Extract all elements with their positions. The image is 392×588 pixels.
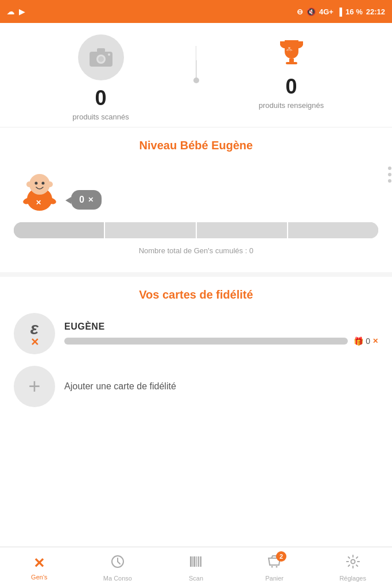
gift-icon: 🎁 <box>354 336 363 346</box>
progress-seg-3 <box>197 222 288 238</box>
level-title: Niveau Bébé Eugène <box>14 139 378 152</box>
baby-figure: ✕ <box>14 164 65 215</box>
svg-rect-18 <box>192 556 193 567</box>
trophy-icon <box>277 37 306 67</box>
progress-seg-2 <box>105 222 196 238</box>
svg-point-9 <box>35 182 38 185</box>
svg-rect-3 <box>97 48 105 52</box>
status-left-icons: ☁ ▶ <box>7 7 25 16</box>
status-right-info: ⊖ 🔇 4G+ ▐ 16 % 22:12 <box>297 7 385 16</box>
mute-icon: 🔇 <box>306 7 316 16</box>
eugene-points-x: ✕ <box>372 337 378 345</box>
stats-connector-line <box>196 60 196 78</box>
eugene-logo-x: ✕ <box>30 336 39 349</box>
progress-seg-1 <box>14 222 105 238</box>
svg-point-8 <box>29 174 50 195</box>
progress-bar <box>14 222 378 238</box>
side-tab-indicator <box>387 167 392 183</box>
level-content: ✕ 0 ✕ Nombre total de Gen's cumulés : 0 <box>14 164 378 255</box>
nav-item-reglages[interactable]: Réglages <box>313 554 392 582</box>
informed-stat: 0 produits renseignés <box>196 34 386 110</box>
maconso-icon <box>110 554 125 572</box>
bubble-x: ✕ <box>88 196 94 204</box>
camera-icon <box>88 47 114 68</box>
eugene-card-info: EUGÈNE 🎁 0 ✕ <box>64 322 378 346</box>
informed-label: produits renseignés <box>259 101 324 110</box>
status-bar: ☁ ▶ ⊖ 🔇 4G+ ▐ 16 % 22:12 <box>0 0 392 23</box>
eugene-bar-row: 🎁 0 ✕ <box>64 336 378 346</box>
svg-rect-6 <box>286 62 297 64</box>
main-content: 0 produits scannés 0 produits renseignés <box>0 23 392 470</box>
level-section: Niveau Bébé Eugène <box>0 127 392 272</box>
loyalty-title: Vos cartes de fidélité <box>14 288 378 301</box>
svg-text:✕: ✕ <box>36 199 41 207</box>
panier-label: Panier <box>265 575 284 582</box>
eugene-points: 🎁 0 ✕ <box>354 336 378 346</box>
signal-label: 4G+ <box>319 7 333 16</box>
stats-connector-dot <box>193 78 199 83</box>
trophy-icon-wrap <box>274 34 309 69</box>
svg-rect-21 <box>198 556 199 567</box>
scanned-count: 0 <box>95 86 106 110</box>
panier-badge-wrap: 2 <box>267 554 282 572</box>
add-card-circle: + <box>14 366 55 407</box>
gens-icon: ✕ <box>33 555 45 571</box>
camera-icon-wrap <box>78 34 124 80</box>
time-label: 22:12 <box>366 7 385 16</box>
gen-total-label: Nombre total de Gen's cumulés : 0 <box>14 246 378 255</box>
cloud-icon: ☁ <box>7 7 14 16</box>
maconso-label: Ma Conso <box>103 575 132 582</box>
nav-item-panier[interactable]: 2 Panier <box>235 554 314 582</box>
signal-bars-icon: ▐ <box>337 7 342 16</box>
loyalty-section: Vos cartes de fidélité ε ✕ EUGÈNE 🎁 0 ✕ <box>0 272 392 424</box>
side-dot-3 <box>388 179 391 183</box>
loyalty-card-eugene[interactable]: ε ✕ EUGÈNE 🎁 0 ✕ <box>14 313 378 354</box>
battery-label: 16 % <box>346 7 363 16</box>
add-card-item[interactable]: + Ajouter une carte de fidélité <box>14 366 378 407</box>
scan-icon <box>188 554 203 572</box>
svg-rect-17 <box>190 556 192 567</box>
scanned-label: produits scannés <box>72 113 129 121</box>
svg-point-11 <box>26 181 32 187</box>
eugene-logo-circle: ε ✕ <box>14 313 55 354</box>
reglages-label: Réglages <box>339 575 366 582</box>
baby-row: ✕ 0 ✕ <box>14 164 378 215</box>
panier-badge: 2 <box>276 551 286 562</box>
eugene-progress-bar <box>64 338 348 345</box>
gens-label: Gen's <box>31 574 47 581</box>
svg-rect-5 <box>289 59 294 62</box>
eugene-points-count: 0 <box>366 336 370 346</box>
nav-item-maconso[interactable]: Ma Conso <box>79 554 157 582</box>
eugene-card-name: EUGÈNE <box>64 322 378 332</box>
bubble-count: 0 <box>79 195 84 205</box>
bottom-nav: ✕ Gen's Ma Conso Scan <box>0 547 392 588</box>
eugene-logo-letter: ε <box>30 319 38 338</box>
svg-point-10 <box>42 182 45 185</box>
play-icon: ▶ <box>19 7 25 16</box>
svg-point-23 <box>271 566 273 567</box>
svg-rect-19 <box>194 556 196 567</box>
add-card-plus-icon: + <box>28 376 40 397</box>
reglages-icon <box>346 554 360 572</box>
side-dot-1 <box>388 167 391 170</box>
speech-bubble: 0 ✕ <box>71 190 102 210</box>
side-dot-2 <box>388 173 391 176</box>
informed-count: 0 <box>285 75 297 99</box>
scanned-stat: 0 produits scannés <box>6 34 196 121</box>
svg-point-12 <box>47 181 53 187</box>
svg-point-24 <box>276 566 278 567</box>
scan-label: Scan <box>189 575 203 582</box>
nav-item-gens[interactable]: ✕ Gen's <box>0 555 79 581</box>
svg-rect-22 <box>200 556 202 567</box>
nav-item-scan[interactable]: Scan <box>157 554 235 582</box>
dnd-icon: ⊖ <box>297 7 303 16</box>
svg-rect-20 <box>196 556 197 567</box>
add-card-label: Ajouter une carte de fidélité <box>64 381 176 392</box>
svg-point-25 <box>351 559 355 563</box>
svg-point-4 <box>108 53 110 56</box>
progress-seg-4 <box>288 222 378 238</box>
svg-point-2 <box>98 56 104 62</box>
